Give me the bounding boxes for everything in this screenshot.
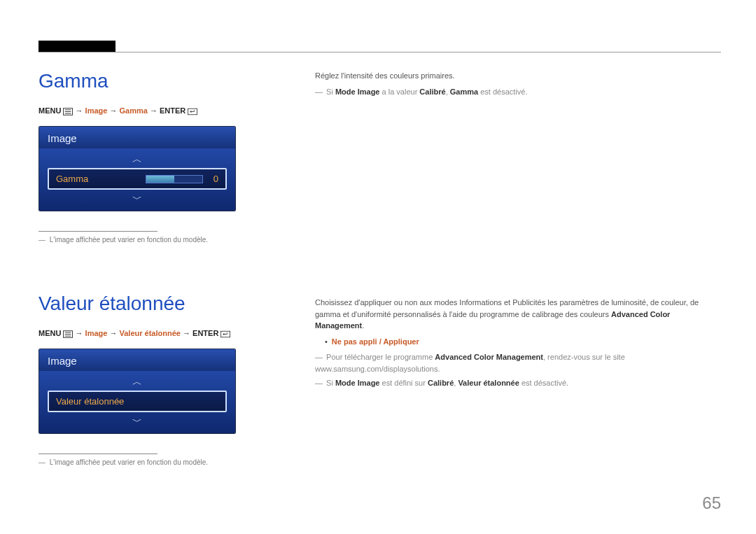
gamma-desc: Réglez l'intensité des couleurs primaire…	[315, 70, 721, 82]
chevron-down-icon[interactable]: ﹀	[39, 191, 235, 206]
footnote-text: L'image affichée peut varier en fonction…	[50, 458, 208, 466]
footnote-text: L'image affichée peut varier en fonction…	[50, 236, 208, 244]
gamma-footnote: ― L'image affichée peut varier en foncti…	[38, 236, 270, 244]
dash-icon: ―	[315, 379, 323, 387]
left-column: Gamma MENU → Image → Gamma → ENTER Image…	[38, 70, 270, 466]
page-number: 65	[702, 493, 721, 513]
gamma-slider[interactable]	[146, 175, 203, 183]
osd-body: ︿ Gamma 0 ﹀	[39, 148, 235, 211]
chevron-up-icon[interactable]: ︿	[39, 151, 235, 167]
chevron-down-icon[interactable]: ﹀	[39, 414, 235, 429]
gamma-osd: Image ︿ Gamma 0 ﹀	[38, 126, 236, 211]
dash-icon: ―	[315, 87, 323, 96]
arrow-icon: →	[109, 329, 119, 337]
enter-icon	[188, 108, 197, 116]
options-text: Ne pas appli / Appliquer	[332, 337, 419, 346]
txt: Pour télécharger le programme	[326, 353, 435, 361]
enter-icon	[220, 330, 230, 339]
valeur-title: Valeur étalonnée	[38, 293, 270, 315]
header-rule	[38, 52, 721, 52]
bold: Advanced Color Management	[435, 353, 543, 361]
enter-label: ENTER	[192, 329, 218, 337]
path-item: Gamma	[120, 106, 148, 115]
bold: Calibré	[419, 87, 445, 96]
valeur-osd-row[interactable]: Valeur étalonnée	[48, 391, 227, 412]
bold: Mode Image	[335, 87, 380, 96]
path-image: Image	[85, 106, 108, 115]
path-image: Image	[85, 329, 108, 337]
txt: est défini sur	[379, 379, 427, 387]
bold: Mode Image	[335, 379, 380, 387]
txt: Si	[326, 87, 335, 96]
bold: Valeur étalonnée	[458, 379, 519, 387]
osd-header: Image	[39, 349, 235, 371]
valeur-osd: Image ︿ Valeur étalonnée ﹀	[38, 349, 236, 434]
valeur-note1: ― Pour télécharger le programme Advanced…	[315, 351, 721, 374]
osd-row-label: Valeur étalonnée	[56, 396, 218, 407]
arrow-icon: →	[109, 106, 119, 115]
menu-icon	[63, 330, 73, 339]
bold: Calibré	[428, 379, 454, 387]
valeur-note2: ― Si Mode Image est défini sur Calibré, …	[315, 377, 721, 389]
txt: a la valeur	[379, 87, 419, 96]
valeur-footnote: ― L'image affichée peut varier en foncti…	[38, 458, 270, 466]
osd-row-value: 0	[209, 174, 218, 184]
bullet-icon: •	[325, 337, 328, 346]
arrow-icon: →	[76, 106, 85, 115]
arrow-icon: →	[150, 106, 160, 115]
menu-label: MENU	[38, 329, 61, 337]
osd-row-label: Gamma	[56, 174, 146, 184]
valeur-para1: Choisissez d'appliquer ou non aux modes …	[315, 297, 721, 332]
gamma-menu-path: MENU → Image → Gamma → ENTER	[38, 106, 270, 116]
path-item: Valeur étalonnée	[120, 329, 181, 337]
gamma-title: Gamma	[38, 70, 270, 92]
txt: est désactivé.	[478, 87, 527, 96]
divider	[38, 231, 158, 232]
osd-body: ︿ Valeur étalonnée ﹀	[39, 371, 235, 433]
dash-icon: ―	[38, 458, 46, 466]
right-column: Réglez l'intensité des couleurs primaire…	[315, 70, 721, 389]
chevron-up-icon[interactable]: ︿	[39, 374, 235, 389]
gamma-note: ― Si Mode Image a la valeur Calibré, Gam…	[315, 86, 721, 98]
gamma-osd-row[interactable]: Gamma 0	[48, 168, 227, 190]
divider	[38, 454, 158, 454]
osd-header: Image	[39, 127, 235, 148]
gamma-body: Réglez l'intensité des couleurs primaire…	[315, 70, 721, 97]
valeur-options: •Ne pas appli / Appliquer	[325, 336, 721, 348]
valeur-body: Choisissez d'appliquer ou non aux modes …	[315, 297, 721, 389]
enter-label: ENTER	[160, 106, 186, 115]
menu-icon	[63, 108, 73, 116]
dash-icon: ―	[315, 353, 323, 361]
dash-icon: ―	[38, 236, 46, 244]
header-tab	[38, 41, 115, 52]
arrow-icon: →	[76, 329, 85, 337]
valeur-menu-path: MENU → Image → Valeur étalonnée → ENTER	[38, 329, 270, 339]
txt: Si	[326, 379, 335, 387]
menu-label: MENU	[38, 106, 61, 115]
txt: est désactivé.	[519, 379, 568, 387]
txt: .	[362, 321, 364, 330]
arrow-icon: →	[183, 329, 192, 337]
valeur-left: Valeur étalonnée MENU → Image → Valeur é…	[38, 293, 270, 466]
bold: Gamma	[450, 87, 478, 96]
